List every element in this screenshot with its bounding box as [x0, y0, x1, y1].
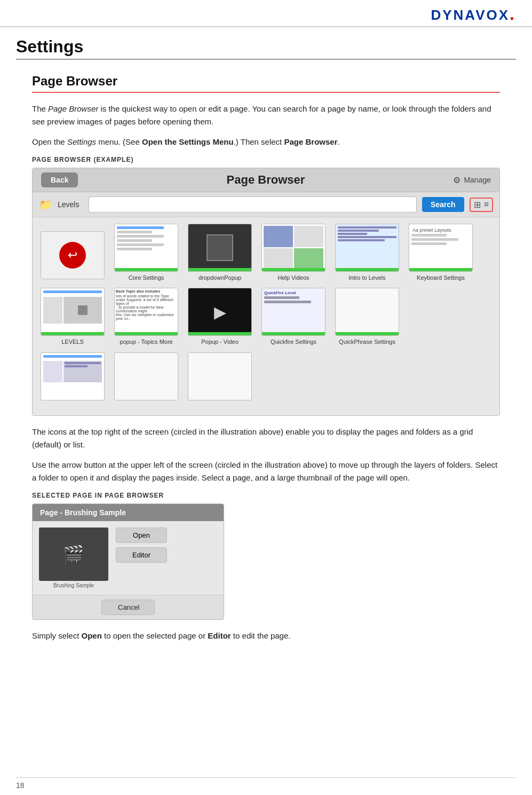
grid-view-icon[interactable]: ⊞: [474, 200, 481, 210]
core-settings-label: Core Settings: [129, 274, 164, 281]
play-icon: ▶: [214, 303, 226, 321]
grid-item-back[interactable]: ↩: [38, 231, 107, 281]
keyboard-settings-label: Keyboard Settings: [417, 274, 465, 281]
selected-page-footer: Cancel: [33, 595, 224, 619]
grid-row-3: [38, 352, 494, 403]
help-videos-label: Help Videos: [277, 274, 309, 281]
editor-button[interactable]: Editor: [116, 547, 167, 563]
grid-item-r3-2[interactable]: [112, 352, 181, 403]
brushing-sample-thumb: 🎬: [39, 528, 108, 581]
grid-item-levels[interactable]: LEVELS: [38, 288, 107, 345]
cancel-button[interactable]: Cancel: [101, 600, 155, 615]
dropdown-thumb: [188, 224, 252, 272]
popup-video-label: Popup - Video: [201, 338, 239, 345]
grid-row-2: LEVELS Back Topic also includes lots of …: [38, 288, 494, 345]
popup-topics-thumb: Back Topic also includes lots of words r…: [114, 288, 178, 336]
arrow-circle: ↩: [59, 242, 86, 269]
page-browser-screenshot: Back Page Browser ⚙ Manage 📁 Levels Sear…: [32, 168, 500, 416]
folder-label: Levels: [58, 200, 79, 209]
r3-1-thumb: [41, 352, 105, 400]
intro-to-levels-label: Intro to Levels: [348, 274, 385, 281]
open-button[interactable]: Open: [116, 528, 167, 543]
grid-item-core-settings[interactable]: Core Settings: [112, 224, 181, 281]
section-title: Page Browser: [32, 74, 500, 89]
dropdown-popup-label: dropdownPopup: [198, 274, 241, 281]
levels-label: LEVELS: [61, 338, 84, 345]
brushing-sample-label: Brushing Sample: [53, 583, 94, 588]
search-input[interactable]: [89, 196, 416, 212]
search-button[interactable]: Search: [422, 197, 464, 212]
r3-2-thumb: [114, 352, 178, 400]
grid-item-popup-video[interactable]: ▶ Popup - Video: [185, 288, 255, 345]
grid-area: ↩: [33, 217, 499, 415]
grid-item-quickfire[interactable]: QuickFire Level Quickfire Settings: [259, 288, 328, 345]
selected-page-body: 🎬 Brushing Sample Open Editor: [33, 521, 224, 595]
quickphrase-thumb: [335, 288, 399, 336]
paragraph-4: Use the arrow button at the upper left o…: [32, 459, 500, 484]
page-footer: 18: [16, 777, 516, 790]
view-toggle[interactable]: ⊞ ≡: [470, 198, 493, 212]
grid-item-intro-to-levels[interactable]: Intro to Levels: [332, 224, 402, 281]
grid-item-keyboard-settings[interactable]: Aa preset Layouts Keyboard Settings: [406, 224, 475, 281]
grid-item-r3-1[interactable]: [38, 352, 107, 403]
popup-video-thumb: ▶: [188, 288, 252, 336]
gear-icon: ⚙: [453, 175, 460, 185]
page-header: Settings: [0, 27, 532, 74]
paragraph-2: Open the Settings menu. (See Open the Se…: [32, 136, 500, 148]
grid-item-dropdown-popup[interactable]: dropdownPopup: [185, 224, 255, 281]
quickfire-label: Quickfire Settings: [271, 338, 316, 345]
paragraph-3: The icons at the top right of the screen…: [32, 426, 500, 451]
content-area: Page Browser The Page Browser is the qui…: [0, 74, 532, 642]
film-icon: 🎬: [63, 544, 84, 564]
back-arrow-thumb: ↩: [41, 231, 105, 279]
keyboard-settings-thumb: Aa preset Layouts: [409, 224, 473, 272]
dynavox-logo: DYNAVOX.: [431, 4, 516, 24]
help-videos-thumb: [261, 224, 325, 272]
page-number: 18: [16, 781, 25, 790]
list-view-icon[interactable]: ≡: [484, 200, 489, 209]
grid-item-quickphrase[interactable]: QuickPhrase Settings: [332, 288, 402, 345]
core-settings-thumb: [114, 224, 178, 272]
grid-item-popup-topics[interactable]: Back Topic also includes lots of words r…: [112, 288, 181, 345]
grid-row-0: ↩: [38, 224, 494, 281]
quickphrase-label: QuickPhrase Settings: [339, 338, 395, 345]
grid-item-help-videos[interactable]: Help Videos: [259, 224, 328, 281]
selected-page-screenshot: Page - Brushing Sample 🎬 Brushing Sample…: [32, 503, 224, 620]
back-button[interactable]: Back: [41, 172, 78, 187]
grid-item-r3-3[interactable]: [185, 352, 255, 403]
top-bar: DYNAVOX.: [0, 0, 532, 27]
browser-title: Page Browser: [78, 173, 453, 187]
selected-page-buttons: Open Editor: [116, 528, 167, 563]
caption-page-browser: Page Browser (Example): [32, 156, 500, 163]
caption-selected-page: Selected Page in Page Browser: [32, 492, 500, 499]
paragraph-1: The Page Browser is the quickest way to …: [32, 103, 500, 128]
levels-thumb: [41, 288, 105, 336]
intro-levels-thumb: [335, 224, 399, 272]
paragraph-5: Simply select Open to open the selected …: [32, 629, 500, 642]
quickfire-thumb: QuickFire Level: [261, 288, 325, 336]
page-title: Settings: [16, 37, 516, 57]
selected-page-titlebar: Page - Brushing Sample: [33, 504, 224, 521]
popup-topics-label: popup - Topics More: [120, 338, 172, 345]
folder-icon: 📁: [39, 198, 52, 211]
browser-toolbar: 📁 Levels Search ⊞ ≡: [33, 192, 499, 217]
r3-3-thumb: [188, 352, 252, 400]
browser-titlebar: Back Page Browser ⚙ Manage: [33, 168, 499, 192]
manage-button[interactable]: ⚙ Manage: [453, 175, 491, 185]
